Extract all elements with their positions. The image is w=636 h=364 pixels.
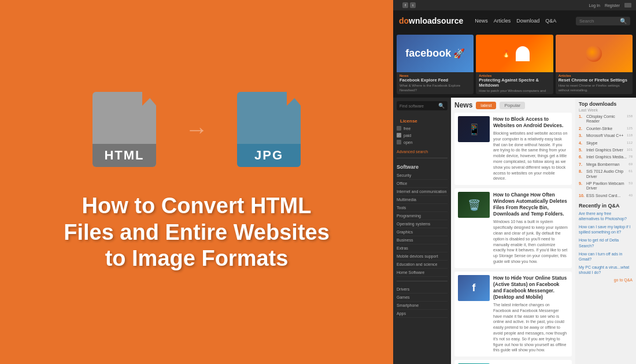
search-icon[interactable]: 🔍 bbox=[620, 18, 627, 24]
main-content: 🔍 License free ✓ paid open Advanced sear… bbox=[393, 98, 636, 364]
sidebar: 🔍 License free ✓ paid open Advanced sear… bbox=[393, 98, 451, 364]
download-name-10: ESS Sound Card... bbox=[586, 194, 627, 198]
news-tab-popular[interactable]: Popular bbox=[500, 102, 525, 109]
sidebar-search-box[interactable]: 🔍 bbox=[397, 101, 448, 110]
sidebar-item-mobile[interactable]: Mobile devices support bbox=[397, 252, 448, 261]
download-name-3: Microsoft Visual C++ bbox=[586, 133, 625, 138]
news-item-2[interactable]: f How to Hide Your Online Status (Active… bbox=[454, 272, 572, 356]
featured-info-firefox: Articles Reset Chrome or Firefox Setting… bbox=[556, 72, 633, 94]
featured-title-firefox: Reset Chrome or Firefox Settings bbox=[559, 77, 630, 83]
sidebar-item-security[interactable]: Security bbox=[397, 172, 448, 180]
news-item-0[interactable]: 📱 How to Block Access to Websites on And… bbox=[454, 113, 572, 185]
download-num-10: 10. bbox=[579, 194, 585, 198]
ghost-icon bbox=[516, 46, 530, 61]
nav-download[interactable]: Download bbox=[516, 18, 539, 24]
qa-item-2[interactable]: How to get rid of Delta Search? bbox=[579, 237, 633, 248]
download-item-10[interactable]: 10. ESS Sound Card... 40 bbox=[579, 194, 633, 198]
sidebar-item-business[interactable]: Business bbox=[397, 236, 448, 244]
download-item-1[interactable]: 1. CDisplay Comic Reader 158 bbox=[579, 114, 633, 124]
qa-section: Recently in Q&A Are there any free alter… bbox=[579, 203, 633, 282]
featured-card-firefox[interactable]: Articles Reset Chrome or Firefox Setting… bbox=[556, 35, 633, 94]
site-logo[interactable]: downloadsource bbox=[399, 16, 463, 25]
license-free[interactable]: free bbox=[397, 125, 448, 132]
download-name-6: Intel Graphics Media... bbox=[586, 155, 627, 159]
sidebar-search-input[interactable] bbox=[400, 104, 438, 108]
license-free-checkbox[interactable] bbox=[397, 126, 401, 131]
social-icons: f t bbox=[402, 2, 416, 8]
sidebar-item-internet[interactable]: Internet and communication bbox=[397, 188, 448, 196]
featured-card-spectre[interactable]: 🔥 Articles Protecting Against Spectre & … bbox=[476, 35, 553, 94]
twitter-social-icon[interactable]: t bbox=[410, 2, 416, 8]
download-item-2[interactable]: 2. Counter-Strike 125 bbox=[579, 127, 633, 131]
download-item-4[interactable]: 4. Skype 112 bbox=[579, 141, 633, 146]
facebook-banner-text: facebook bbox=[405, 47, 451, 60]
download-count-7: 69 bbox=[628, 162, 633, 166]
html-label: HTML bbox=[93, 144, 156, 167]
license-paid[interactable]: ✓ paid bbox=[397, 132, 448, 139]
qa-item-1[interactable]: How can I save my laptop if I spilled so… bbox=[579, 224, 633, 235]
news-title-1: How to Change How Often Windows Automati… bbox=[493, 192, 568, 217]
license-free-label: free bbox=[404, 127, 411, 131]
facebook-social-icon[interactable]: f bbox=[402, 2, 408, 8]
download-item-5[interactable]: 5. Intel Graphics Driver 101 bbox=[579, 148, 633, 153]
sidebar-item-drivers[interactable]: Drivers bbox=[397, 285, 448, 294]
news-item-1[interactable]: 🗑️ How to Change How Often Windows Autom… bbox=[454, 188, 572, 268]
featured-title-facebook: Facebook Explore Feed bbox=[400, 77, 471, 83]
news-item-3[interactable]: 📞 How to Call People Using Google Duo Ev… bbox=[454, 360, 572, 364]
language-selector[interactable] bbox=[624, 3, 631, 8]
advanced-search-link[interactable]: Advanced search bbox=[393, 147, 451, 156]
qa-item-3[interactable]: How can I turn off ads in Gmail? bbox=[579, 251, 633, 262]
download-num-1: 1. bbox=[579, 114, 585, 118]
top-downloads-title: Top downloads bbox=[579, 101, 633, 107]
news-title-2: How to Hide Your Online Status (Active S… bbox=[493, 275, 568, 300]
jpg-file-icon: JPG bbox=[237, 92, 301, 167]
download-item-9[interactable]: 9. HP Pavilion Webcam Driver 53 bbox=[579, 181, 633, 191]
featured-img-firefox bbox=[556, 35, 633, 72]
nav-articles[interactable]: Articles bbox=[494, 18, 511, 24]
header-search-box[interactable]: 🔍 bbox=[576, 17, 630, 25]
download-item-6[interactable]: 6. Intel Graphics Media... 78 bbox=[579, 155, 633, 159]
download-item-8[interactable]: 8. SiS 7012 Audio Chip Driver 61 bbox=[579, 169, 633, 179]
nav-news[interactable]: News bbox=[475, 18, 488, 24]
license-paid-checkbox[interactable]: ✓ bbox=[397, 133, 401, 138]
sidebar-search-icon[interactable]: 🔍 bbox=[438, 103, 445, 109]
news-desc-0: Blocking websites and website access on … bbox=[493, 131, 568, 181]
search-input[interactable] bbox=[579, 18, 620, 24]
license-paid-label: paid bbox=[404, 133, 411, 138]
download-num-6: 6. bbox=[579, 155, 585, 159]
firefox-icon bbox=[586, 46, 602, 62]
nav-qa[interactable]: Q&A bbox=[545, 18, 556, 24]
sidebar-item-office[interactable]: Office bbox=[397, 180, 448, 188]
nav-menu: News Articles Download Q&A bbox=[475, 18, 556, 24]
sidebar-item-graphics[interactable]: Graphics bbox=[397, 228, 448, 236]
news-title-0: How to Block Access to Websites on Andro… bbox=[493, 116, 568, 129]
sidebar-item-tools[interactable]: Tools bbox=[397, 204, 448, 212]
download-num-5: 5. bbox=[579, 148, 585, 152]
login-link[interactable]: Log In bbox=[589, 3, 600, 8]
download-count-6: 78 bbox=[628, 155, 633, 158]
sidebar-item-extras[interactable]: Extras bbox=[397, 244, 448, 252]
sidebar-item-apps[interactable]: Apps bbox=[397, 310, 448, 318]
sidebar-item-programming[interactable]: Programming bbox=[397, 212, 448, 220]
download-item-7[interactable]: 7. Mega Bomberman 69 bbox=[579, 162, 633, 167]
sidebar-item-multimedia[interactable]: Multimedia bbox=[397, 196, 448, 204]
news-info-1: How to Change How Often Windows Automati… bbox=[493, 192, 568, 265]
qa-item-4[interactable]: My PC caught a virus...what should I do? bbox=[579, 265, 633, 275]
download-name-1: CDisplay Comic Reader bbox=[586, 114, 625, 124]
featured-card-facebook[interactable]: facebook 🚀 News Facebook Explore Feed Wh… bbox=[397, 35, 474, 94]
download-item-3[interactable]: 3. Microsoft Visual C++ 118 bbox=[579, 133, 633, 138]
qa-item-0[interactable]: Are there any free alternatives to Photo… bbox=[579, 211, 633, 221]
sidebar-item-games[interactable]: Games bbox=[397, 294, 448, 302]
news-tab-latest[interactable]: latest bbox=[476, 102, 496, 109]
sidebar-item-home[interactable]: Home Software bbox=[397, 269, 448, 277]
download-count-8: 61 bbox=[628, 169, 633, 173]
license-open-checkbox[interactable] bbox=[397, 140, 401, 144]
sidebar-item-os[interactable]: Operating systems bbox=[397, 220, 448, 228]
featured-img-spectre: 🔥 bbox=[476, 35, 553, 72]
sidebar-item-smartphone[interactable]: Smartphone bbox=[397, 302, 448, 310]
qa-link[interactable]: go to Q&A bbox=[579, 278, 633, 282]
download-name-8: SiS 7012 Audio Chip Driver bbox=[586, 169, 627, 179]
sidebar-item-education[interactable]: Education and science bbox=[397, 261, 448, 269]
register-link[interactable]: Register bbox=[605, 3, 620, 8]
license-open[interactable]: open bbox=[397, 139, 448, 146]
